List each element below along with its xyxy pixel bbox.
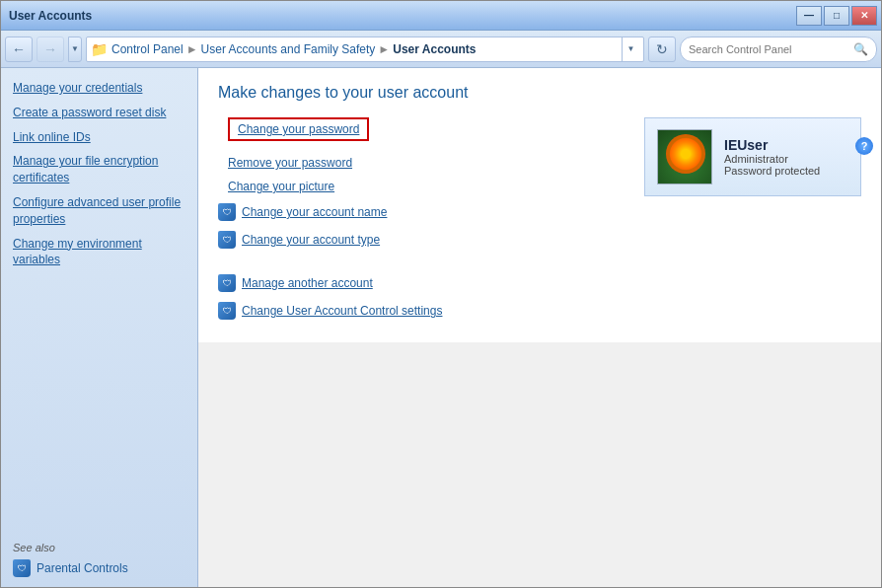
shield-icon-manage-account: 🛡 [218, 274, 236, 292]
breadcrumb-user-accounts-family[interactable]: User Accounts and Family Safety [201, 42, 376, 56]
minimize-button[interactable]: — [796, 6, 822, 26]
user-name: IEUser [724, 137, 820, 153]
address-dropdown-button[interactable]: ▼ [622, 37, 639, 61]
page-title: Make changes to your user account [218, 84, 861, 102]
search-bar: 🔍 [680, 37, 877, 62]
content-area: Make changes to your user account Change… [198, 68, 881, 587]
user-status: Password protected [724, 165, 820, 177]
main-area: Manage your credentials Create a passwor… [1, 68, 881, 587]
breadcrumb-current: User Accounts [393, 42, 476, 56]
main-window: User Accounts — □ ✕ ← → ▼ 📁 Control Pane… [0, 0, 882, 588]
maximize-button[interactable]: □ [824, 6, 849, 26]
shield-icon: 🛡 [13, 559, 31, 577]
sidebar-item-password-reset[interactable]: Create a password reset disk [1, 101, 197, 125]
breadcrumb: Control Panel ► User Accounts and Family… [111, 42, 618, 56]
toolbar: ← → ▼ 📁 Control Panel ► User Accounts an… [1, 31, 881, 68]
help-icon[interactable]: ? [855, 137, 873, 155]
change-uac-settings-link[interactable]: 🛡 Change User Account Control settings [218, 299, 625, 323]
refresh-button[interactable]: ↻ [648, 37, 676, 62]
back-button[interactable]: ← [5, 37, 33, 62]
sidebar-item-link-online[interactable]: Link online IDs [1, 125, 197, 150]
shield-icon-account-type: 🛡 [218, 231, 236, 249]
user-avatar [657, 129, 712, 184]
sidebar-item-manage-credentials[interactable]: Manage your credentials [1, 76, 197, 101]
see-also-label: See also [1, 534, 197, 557]
sidebar-item-advanced-profile[interactable]: Configure advanced user profile properti… [1, 190, 197, 232]
manage-another-account-link[interactable]: 🛡 Manage another account [218, 271, 625, 295]
shield-icon-uac: 🛡 [218, 302, 236, 320]
window-controls: — □ ✕ [796, 6, 877, 26]
change-account-type-link[interactable]: 🛡 Change your account type [218, 228, 625, 252]
recent-pages-button[interactable]: ▼ [68, 37, 82, 62]
sidebar-item-environment[interactable]: Change my environment variables [1, 232, 197, 273]
avatar-image [658, 130, 712, 184]
sidebar: Manage your credentials Create a passwor… [1, 68, 198, 587]
links-section: Change your password Remove your passwor… [218, 117, 625, 327]
search-input[interactable] [689, 43, 849, 55]
address-bar: 📁 Control Panel ► User Accounts and Fami… [86, 37, 644, 62]
user-role: Administrator [724, 153, 820, 165]
user-card: IEUser Administrator Password protected [644, 117, 861, 196]
change-account-name-link[interactable]: 🛡 Change your account name [218, 200, 625, 224]
folder-icon: 📁 [91, 41, 108, 57]
remove-password-link[interactable]: Remove your password [218, 153, 625, 173]
sidebar-item-parental-controls[interactable]: 🛡 Parental Controls [1, 557, 197, 579]
change-password-link[interactable]: Change your password [228, 117, 369, 141]
shield-icon-account-name: 🛡 [218, 203, 236, 221]
breadcrumb-control-panel[interactable]: Control Panel [111, 42, 184, 56]
content-panel: Make changes to your user account Change… [198, 68, 881, 342]
user-info: IEUser Administrator Password protected [724, 137, 820, 177]
titlebar: User Accounts — □ ✕ [1, 1, 881, 31]
forward-button[interactable]: → [37, 37, 64, 62]
sidebar-item-encryption[interactable]: Manage your file encryption certificates [1, 149, 197, 190]
parental-controls-link[interactable]: Parental Controls [37, 561, 128, 575]
close-button[interactable]: ✕ [851, 6, 877, 26]
search-icon[interactable]: 🔍 [853, 42, 868, 56]
change-picture-link[interactable]: Change your picture [218, 177, 625, 196]
window-title: User Accounts [9, 9, 92, 23]
content-body: Change your password Remove your passwor… [218, 117, 861, 327]
